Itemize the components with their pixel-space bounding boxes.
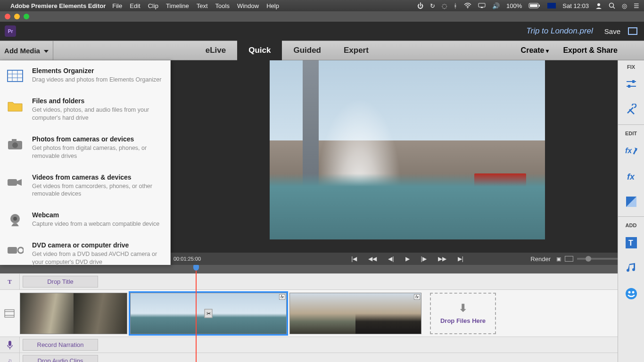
- mac-menubar: Adobe Premiere Elements Editor File Edit…: [0, 0, 644, 11]
- svg-rect-4: [530, 4, 537, 7]
- narration-track: Record Narration: [0, 337, 618, 353]
- timeline-clip[interactable]: fx ✂: [130, 293, 287, 334]
- bluetooth-icon[interactable]: ᚼ: [454, 2, 457, 9]
- graphics-button[interactable]: [623, 284, 640, 304]
- drop-title-button[interactable]: Drop Title: [23, 276, 98, 288]
- svg-point-20: [18, 247, 24, 253]
- titles-button[interactable]: T: [623, 233, 640, 253]
- window-zoom-button[interactable]: [24, 14, 29, 19]
- dvd-icon: [6, 242, 25, 258]
- goto-start-button[interactable]: |◀: [351, 255, 357, 262]
- step-forward-button[interactable]: |▶: [421, 255, 427, 262]
- drop-audio-button[interactable]: Drop Audio Clips: [23, 355, 98, 362]
- menu-tools[interactable]: Tools: [215, 2, 230, 9]
- airplay-icon[interactable]: [478, 3, 486, 8]
- playhead-line: [196, 271, 197, 362]
- project-name: Trip to London.prel: [526, 26, 593, 36]
- applied-effects-button[interactable]: fx: [623, 166, 640, 186]
- music-button[interactable]: [623, 258, 640, 278]
- color-button[interactable]: [623, 192, 640, 212]
- section-add-label: ADD: [626, 219, 637, 230]
- menu-edit[interactable]: Edit: [130, 2, 140, 9]
- notification-center-icon[interactable]: ☰: [634, 2, 639, 9]
- aspect-icon[interactable]: [565, 256, 573, 262]
- section-edit-label: EDIT: [625, 127, 637, 138]
- menu-file[interactable]: File: [112, 2, 122, 9]
- timeline-clip[interactable]: fx: [289, 293, 421, 334]
- mode-toolbar: Add Media eLive Quick Guided Expert Crea…: [0, 41, 644, 60]
- menu-help[interactable]: Help: [266, 2, 279, 9]
- scissors-icon[interactable]: ✂: [205, 309, 213, 318]
- add-media-item-photos[interactable]: Photos from cameras or devicesGet photos…: [0, 129, 170, 167]
- preview-panel: 00:01:25:00 |◀ ◀◀ ◀| ▶ |▶ ▶▶ ▶| Render ▣: [171, 60, 644, 265]
- svg-point-6: [610, 3, 614, 8]
- clock: Sat 12:03: [562, 2, 589, 9]
- prev-edit-button[interactable]: ◀◀: [368, 255, 377, 262]
- timeline-clip[interactable]: [20, 293, 127, 334]
- siri-icon[interactable]: ◎: [622, 2, 627, 9]
- add-media-item-files[interactable]: Files and foldersGet videos, photos, and…: [0, 90, 170, 129]
- battery-percent: 100%: [506, 2, 522, 9]
- fx-badge: fx: [414, 294, 420, 300]
- fullscreen-button[interactable]: [628, 27, 637, 35]
- chat-icon[interactable]: ◌: [442, 2, 447, 9]
- user-icon[interactable]: [595, 2, 602, 9]
- record-narration-button[interactable]: Record Narration: [23, 339, 98, 351]
- menu-clip[interactable]: Clip: [148, 2, 158, 9]
- create-button[interactable]: Create: [521, 46, 549, 55]
- add-media-item-videos[interactable]: Videos from cameras & devicesGet videos …: [0, 167, 170, 205]
- arrow-down-icon: ⬇: [459, 302, 467, 314]
- spotlight-icon[interactable]: [609, 2, 615, 9]
- svg-text:T: T: [628, 239, 633, 247]
- grid-icon: [6, 68, 25, 84]
- render-button[interactable]: Render: [530, 255, 551, 263]
- dd-title: DVD camera or computer drive: [32, 241, 163, 249]
- zoom-slider[interactable]: [577, 258, 624, 260]
- tab-elive[interactable]: eLive: [194, 41, 237, 60]
- menu-text[interactable]: Text: [197, 2, 208, 9]
- safe-margins-icon[interactable]: ▣: [556, 256, 561, 262]
- tab-expert[interactable]: Expert: [332, 41, 380, 60]
- add-media-item-organizer[interactable]: Elements OrganizerDrag videos and photos…: [0, 60, 170, 90]
- video-monitor[interactable]: [270, 60, 545, 239]
- power-icon[interactable]: ⏻: [417, 2, 423, 9]
- fx-badge: fx: [279, 294, 285, 300]
- input-source-flag[interactable]: [547, 3, 556, 8]
- save-button[interactable]: Save: [604, 27, 620, 35]
- add-media-button[interactable]: Add Media: [0, 41, 53, 60]
- audio-track: ♫ Drop Audio Clips: [0, 353, 618, 362]
- video-track-icon: [2, 293, 17, 334]
- play-button[interactable]: ▶: [405, 255, 410, 262]
- dd-title: Elements Organizer: [32, 67, 161, 74]
- menu-window[interactable]: Window: [237, 2, 259, 9]
- window-close-button[interactable]: [5, 14, 10, 19]
- window-minimize-button[interactable]: [14, 14, 20, 19]
- tab-guided[interactable]: Guided: [282, 41, 332, 60]
- camera-icon: [6, 136, 25, 152]
- svg-rect-15: [12, 139, 17, 141]
- drop-files-target[interactable]: ⬇ Drop Files Here: [430, 293, 496, 334]
- goto-end-button[interactable]: ▶|: [458, 255, 463, 262]
- camcorder-icon: [6, 174, 25, 190]
- app-header: Pr Trip to London.prel Save: [0, 22, 644, 41]
- dd-desc: Get photos from digital cameras, phones,…: [32, 144, 163, 160]
- next-edit-button[interactable]: ▶▶: [438, 255, 446, 262]
- tab-quick[interactable]: Quick: [237, 41, 282, 60]
- volume-icon[interactable]: 🔊: [492, 2, 500, 9]
- timemachine-icon[interactable]: ↻: [430, 2, 435, 9]
- app-name[interactable]: Adobe Premiere Elements Editor: [10, 2, 106, 9]
- playhead-handle[interactable]: [193, 265, 199, 271]
- add-media-item-dvd[interactable]: DVD camera or computer driveGet video fr…: [0, 235, 170, 273]
- step-back-button[interactable]: ◀|: [388, 255, 394, 262]
- wifi-icon[interactable]: [464, 3, 471, 8]
- battery-icon[interactable]: [528, 3, 541, 8]
- effects-edit-button[interactable]: fx: [623, 141, 640, 161]
- adjust-button[interactable]: [623, 74, 640, 94]
- tools-button[interactable]: [623, 100, 640, 120]
- narration-track-icon: [0, 337, 20, 353]
- export-share-button[interactable]: Export & Share: [563, 46, 618, 55]
- video-track[interactable]: fx ✂ fx ⬇ Drop Files Here: [0, 289, 618, 337]
- menu-timeline[interactable]: Timeline: [166, 2, 189, 9]
- timecode: 00:01:25:00: [173, 256, 201, 262]
- add-media-item-webcam[interactable]: WebcamCapture video from a webcam compat…: [0, 205, 170, 235]
